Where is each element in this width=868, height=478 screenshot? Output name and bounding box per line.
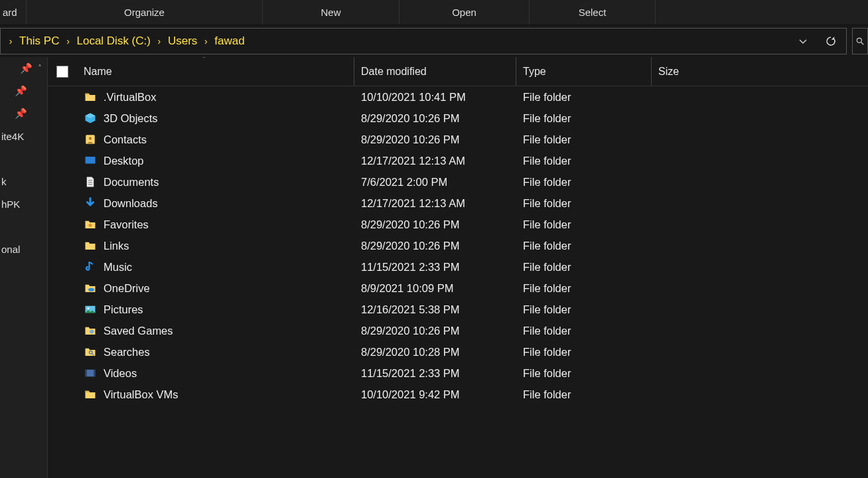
ribbon-tab-open[interactable]: Open xyxy=(399,0,530,25)
file-type: File folder xyxy=(516,91,652,104)
file-type: File folder xyxy=(516,325,652,337)
chevron-right-icon[interactable]: › xyxy=(62,36,74,46)
file-type: File folder xyxy=(516,218,652,231)
file-row[interactable]: .VirtualBox10/10/2021 10:41 PMFile folde… xyxy=(48,86,868,108)
file-row[interactable]: VirtualBox VMs10/10/2021 9:42 PMFile fol… xyxy=(48,384,868,405)
column-header-type[interactable]: Type xyxy=(516,57,652,86)
column-header-date[interactable]: Date modified xyxy=(354,57,516,86)
file-date: 12/16/2021 5:38 PM xyxy=(354,303,516,316)
file-row[interactable]: 3D Objects8/29/2020 10:26 PMFile folder xyxy=(48,108,868,129)
file-row[interactable]: Favorites8/29/2020 10:26 PMFile folder xyxy=(48,214,868,235)
quick-access-pin[interactable]: 📌 ˄ xyxy=(0,57,47,80)
address-history-dropdown[interactable] xyxy=(789,29,817,54)
file-type: File folder xyxy=(516,112,652,125)
svg-point-0 xyxy=(857,38,861,42)
column-label: Date modified xyxy=(361,66,427,78)
contacts-icon xyxy=(82,133,98,145)
file-row[interactable]: Documents7/6/2021 2:00 PMFile folder xyxy=(48,171,868,193)
chevron-right-icon[interactable]: › xyxy=(200,36,212,46)
nav-item-label[interactable]: k xyxy=(0,170,47,193)
select-all-checkbox[interactable] xyxy=(48,66,77,78)
file-name: Links xyxy=(98,240,354,252)
file-name: 3D Objects xyxy=(98,112,354,125)
ribbon-tab-organize[interactable]: Organize xyxy=(27,0,263,25)
nav-item-label[interactable]: onal xyxy=(0,238,47,260)
crumb-this-pc[interactable]: This PC xyxy=(17,29,62,54)
file-date: 8/29/2020 10:26 PM xyxy=(354,112,516,125)
nav-pinned-item[interactable]: 📌 xyxy=(0,80,47,102)
searches-icon xyxy=(82,346,98,358)
file-row[interactable]: OneDrive8/9/2021 10:09 PMFile folder xyxy=(48,278,868,299)
crumb-fawad[interactable]: fawad xyxy=(212,29,247,54)
file-row[interactable]: Downloads12/17/2021 12:13 AMFile folder xyxy=(48,193,868,214)
file-date: 7/6/2021 2:00 PM xyxy=(354,176,516,189)
file-date: 11/15/2021 2:33 PM xyxy=(354,261,516,274)
navigation-pane[interactable]: 📌 ˄ 📌 📌 ite4K k hPK onal xyxy=(0,57,48,478)
ribbon-tab-new[interactable]: New xyxy=(263,0,399,25)
file-row[interactable]: Saved Games8/29/2020 10:26 PMFile folder xyxy=(48,320,868,341)
chevron-right-icon[interactable]: › xyxy=(153,36,165,46)
file-type: File folder xyxy=(516,346,652,358)
nav-item-label[interactable]: hPK xyxy=(0,193,47,215)
file-name: Contacts xyxy=(98,133,354,146)
file-date: 12/17/2021 12:13 AM xyxy=(354,197,516,210)
crumb-local-disk[interactable]: Local Disk (C:) xyxy=(74,29,153,54)
downloads-icon xyxy=(82,197,98,209)
folder-icon xyxy=(82,91,98,103)
file-type: File folder xyxy=(516,133,652,146)
file-type: File folder xyxy=(516,282,652,295)
file-date: 8/29/2020 10:26 PM xyxy=(354,133,516,146)
nav-item-label[interactable]: ite4K xyxy=(0,125,47,147)
chevron-right-icon[interactable]: › xyxy=(5,36,17,46)
file-name: Music xyxy=(98,261,354,274)
file-name: Searches xyxy=(98,346,354,358)
search-box[interactable] xyxy=(852,28,868,54)
file-type: File folder xyxy=(516,303,652,316)
file-type: File folder xyxy=(516,240,652,252)
links-icon xyxy=(82,240,98,252)
file-row[interactable]: Links8/29/2020 10:26 PMFile folder xyxy=(48,235,868,256)
file-name: VirtualBox VMs xyxy=(98,388,354,401)
desktop-icon xyxy=(82,155,98,167)
objects3d-icon xyxy=(82,112,98,124)
file-date: 8/29/2020 10:26 PM xyxy=(354,218,516,231)
file-row[interactable]: Pictures12/16/2021 5:38 PMFile folder xyxy=(48,299,868,320)
address-bar[interactable]: › This PC › Local Disk (C:) › Users › fa… xyxy=(0,28,847,54)
file-date: 11/15/2021 2:33 PM xyxy=(354,367,516,380)
file-type: File folder xyxy=(516,176,652,189)
refresh-button[interactable] xyxy=(817,29,845,54)
file-type: File folder xyxy=(516,388,652,401)
file-name: Videos xyxy=(98,367,354,380)
ribbon-tab-select[interactable]: Select xyxy=(530,0,656,25)
breadcrumb: › This PC › Local Disk (C:) › Users › fa… xyxy=(1,29,789,54)
file-row[interactable]: Videos11/15/2021 2:33 PMFile folder xyxy=(48,362,868,384)
column-header-name[interactable]: ˄ Name xyxy=(77,57,354,86)
file-date: 8/29/2020 10:26 PM xyxy=(354,325,516,337)
column-label: Size xyxy=(658,66,679,78)
file-row[interactable]: Music11/15/2021 2:33 PMFile folder xyxy=(48,256,868,278)
file-row[interactable]: Searches8/29/2020 10:28 PMFile folder xyxy=(48,341,868,362)
ribbon-tab-clipboard[interactable]: ard xyxy=(0,0,27,25)
file-row[interactable]: Contacts8/29/2020 10:26 PMFile folder xyxy=(48,129,868,150)
column-header-size[interactable]: Size xyxy=(652,57,735,86)
pin-icon: 📌 xyxy=(15,85,27,97)
file-name: Downloads xyxy=(98,197,354,210)
music-icon xyxy=(82,261,98,273)
nav-pinned-item[interactable]: 📌 xyxy=(0,102,47,125)
crumb-users[interactable]: Users xyxy=(165,29,200,54)
sort-asc-icon: ˄ xyxy=(202,57,206,64)
file-date: 12/17/2021 12:13 AM xyxy=(354,155,516,167)
file-type: File folder xyxy=(516,367,652,380)
pin-icon: 📌 xyxy=(15,108,27,120)
file-name: .VirtualBox xyxy=(98,91,354,104)
pictures-icon xyxy=(82,303,98,315)
saved-icon xyxy=(82,325,98,337)
file-name: Desktop xyxy=(98,155,354,167)
file-row[interactable]: Desktop12/17/2021 12:13 AMFile folder xyxy=(48,150,868,171)
column-label: Name xyxy=(84,66,112,78)
file-list: ˄ Name Date modified Type Size .VirtualB… xyxy=(48,57,868,478)
ribbon: ard Organize New Open Select xyxy=(0,0,868,25)
onedrive-icon xyxy=(82,282,98,294)
file-date: 10/10/2021 9:42 PM xyxy=(354,388,516,401)
chevron-up-icon: ˄ xyxy=(38,64,42,73)
